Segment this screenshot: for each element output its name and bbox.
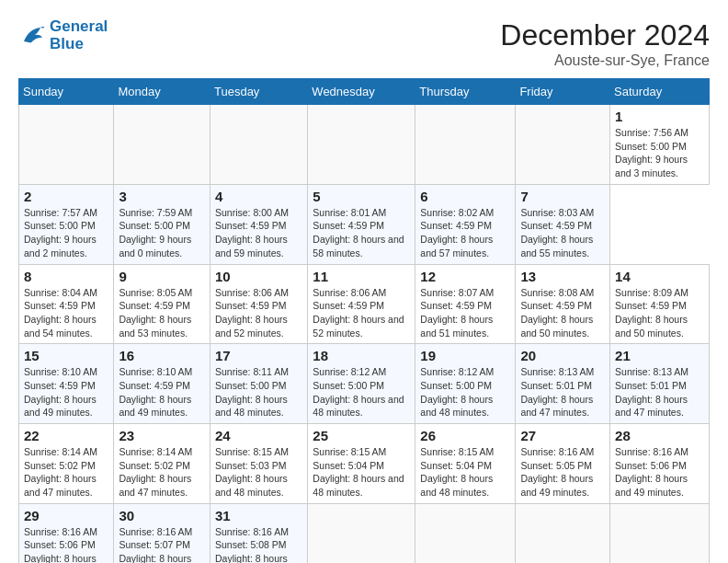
day-info: Sunrise: 8:15 AM Sunset: 5:04 PM Dayligh…: [420, 445, 510, 500]
calendar-cell: 9 Sunrise: 8:05 AM Sunset: 4:59 PM Dayli…: [114, 264, 210, 344]
column-header-wednesday: Wednesday: [308, 79, 415, 105]
calendar-cell: 23 Sunrise: 8:14 AM Sunset: 5:02 PM Dayl…: [114, 424, 210, 504]
calendar-cell: 14 Sunrise: 8:09 AM Sunset: 4:59 PM Dayl…: [610, 264, 710, 344]
day-number: 22: [24, 428, 108, 443]
day-number: 1: [615, 109, 704, 124]
calendar-cell: 2 Sunrise: 7:57 AM Sunset: 5:00 PM Dayli…: [19, 184, 114, 264]
calendar-cell: 5 Sunrise: 8:01 AM Sunset: 4:59 PM Dayli…: [308, 184, 415, 264]
day-number: 16: [119, 348, 205, 363]
day-number: 26: [420, 428, 510, 443]
day-info: Sunrise: 7:56 AM Sunset: 5:00 PM Dayligh…: [615, 126, 704, 180]
calendar-cell: [415, 503, 516, 563]
calendar-cell: [210, 105, 307, 185]
page-header: General Blue December 2024 Aouste-sur-Sy…: [18, 18, 710, 69]
day-number: 11: [313, 269, 410, 284]
logo-text-general: General: [50, 18, 108, 36]
calendar-cell: 22 Sunrise: 8:14 AM Sunset: 5:02 PM Dayl…: [19, 424, 114, 504]
day-info: Sunrise: 8:06 AM Sunset: 4:59 PM Dayligh…: [215, 286, 302, 340]
calendar-cell: 25 Sunrise: 8:15 AM Sunset: 5:04 PM Dayl…: [308, 424, 415, 504]
day-number: 7: [520, 189, 605, 204]
calendar-cell: 24 Sunrise: 8:15 AM Sunset: 5:03 PM Dayl…: [210, 424, 307, 504]
day-info: Sunrise: 8:09 AM Sunset: 4:59 PM Dayligh…: [615, 286, 704, 340]
day-info: Sunrise: 8:11 AM Sunset: 5:00 PM Dayligh…: [215, 365, 302, 419]
calendar-week-3: 8 Sunrise: 8:04 AM Sunset: 4:59 PM Dayli…: [19, 264, 710, 344]
day-number: 8: [24, 269, 108, 284]
calendar-cell: [516, 503, 610, 563]
day-number: 9: [119, 269, 205, 284]
title-block: December 2024 Aouste-sur-Sye, France: [500, 18, 710, 69]
day-info: Sunrise: 8:08 AM Sunset: 4:59 PM Dayligh…: [520, 286, 605, 340]
day-info: Sunrise: 8:12 AM Sunset: 5:00 PM Dayligh…: [420, 365, 510, 419]
day-number: 6: [420, 189, 510, 204]
calendar-cell: 26 Sunrise: 8:15 AM Sunset: 5:04 PM Dayl…: [415, 424, 516, 504]
day-number: 30: [119, 508, 205, 523]
day-info: Sunrise: 8:16 AM Sunset: 5:06 PM Dayligh…: [24, 525, 108, 563]
day-info: Sunrise: 8:15 AM Sunset: 5:04 PM Dayligh…: [313, 445, 410, 500]
calendar-cell: 31 Sunrise: 8:16 AM Sunset: 5:08 PM Dayl…: [210, 503, 307, 563]
day-info: Sunrise: 8:10 AM Sunset: 4:59 PM Dayligh…: [24, 365, 108, 419]
day-info: Sunrise: 8:04 AM Sunset: 4:59 PM Dayligh…: [24, 286, 108, 340]
page-title: December 2024: [500, 18, 710, 52]
day-number: 13: [520, 269, 605, 284]
calendar-week-6: 29 Sunrise: 8:16 AM Sunset: 5:06 PM Dayl…: [19, 503, 710, 563]
day-info: Sunrise: 8:07 AM Sunset: 4:59 PM Dayligh…: [420, 286, 510, 340]
day-info: Sunrise: 7:57 AM Sunset: 5:00 PM Dayligh…: [24, 206, 108, 260]
calendar-week-5: 22 Sunrise: 8:14 AM Sunset: 5:02 PM Dayl…: [19, 424, 710, 504]
day-number: 27: [520, 428, 605, 443]
calendar-cell: 8 Sunrise: 8:04 AM Sunset: 4:59 PM Dayli…: [19, 264, 114, 344]
day-number: 29: [24, 508, 108, 523]
day-number: 19: [420, 348, 510, 363]
calendar-cell: 11 Sunrise: 8:06 AM Sunset: 4:59 PM Dayl…: [308, 264, 415, 344]
day-number: 25: [313, 428, 410, 443]
calendar-cell: 10 Sunrise: 8:06 AM Sunset: 4:59 PM Dayl…: [210, 264, 307, 344]
day-info: Sunrise: 8:14 AM Sunset: 5:02 PM Dayligh…: [24, 445, 108, 500]
day-number: 15: [24, 348, 108, 363]
day-info: Sunrise: 8:06 AM Sunset: 4:59 PM Dayligh…: [313, 286, 410, 340]
calendar-cell: 6 Sunrise: 8:02 AM Sunset: 4:59 PM Dayli…: [415, 184, 516, 264]
calendar-cell: [19, 105, 114, 185]
day-info: Sunrise: 8:16 AM Sunset: 5:06 PM Dayligh…: [615, 445, 704, 500]
day-number: 31: [215, 508, 302, 523]
calendar-cell: [308, 105, 415, 185]
day-info: Sunrise: 8:15 AM Sunset: 5:03 PM Dayligh…: [215, 445, 302, 500]
column-header-sunday: Sunday: [19, 79, 114, 105]
calendar-cell: 13 Sunrise: 8:08 AM Sunset: 4:59 PM Dayl…: [516, 264, 610, 344]
day-info: Sunrise: 8:13 AM Sunset: 5:01 PM Dayligh…: [615, 365, 704, 419]
calendar-cell: 12 Sunrise: 8:07 AM Sunset: 4:59 PM Dayl…: [415, 264, 516, 344]
calendar-cell: 28 Sunrise: 8:16 AM Sunset: 5:06 PM Dayl…: [610, 424, 710, 504]
calendar-cell: 16 Sunrise: 8:10 AM Sunset: 4:59 PM Dayl…: [114, 344, 210, 424]
calendar-cell: 3 Sunrise: 7:59 AM Sunset: 5:00 PM Dayli…: [114, 184, 210, 264]
page-subtitle: Aouste-sur-Sye, France: [500, 52, 710, 69]
calendar-cell: 21 Sunrise: 8:13 AM Sunset: 5:01 PM Dayl…: [610, 344, 710, 424]
column-header-monday: Monday: [114, 79, 210, 105]
day-number: 18: [313, 348, 410, 363]
logo: General Blue: [18, 18, 108, 52]
day-number: 10: [215, 269, 302, 284]
calendar-cell: 30 Sunrise: 8:16 AM Sunset: 5:07 PM Dayl…: [114, 503, 210, 563]
calendar-cell: [308, 503, 415, 563]
day-info: Sunrise: 8:12 AM Sunset: 5:00 PM Dayligh…: [313, 365, 410, 419]
calendar-cell: 1 Sunrise: 7:56 AM Sunset: 5:00 PM Dayli…: [610, 105, 710, 185]
calendar-cell: 18 Sunrise: 8:12 AM Sunset: 5:00 PM Dayl…: [308, 344, 415, 424]
day-info: Sunrise: 8:14 AM Sunset: 5:02 PM Dayligh…: [119, 445, 205, 500]
day-number: 12: [420, 269, 510, 284]
day-number: 3: [119, 189, 205, 204]
column-header-tuesday: Tuesday: [210, 79, 307, 105]
calendar-cell: [610, 503, 710, 563]
day-number: 5: [313, 189, 410, 204]
day-number: 23: [119, 428, 205, 443]
day-info: Sunrise: 8:02 AM Sunset: 4:59 PM Dayligh…: [420, 206, 510, 260]
day-number: 14: [615, 269, 704, 284]
day-number: 24: [215, 428, 302, 443]
day-number: 17: [215, 348, 302, 363]
calendar-header-row: SundayMondayTuesdayWednesdayThursdayFrid…: [19, 79, 710, 105]
logo-icon: [18, 22, 46, 50]
column-header-saturday: Saturday: [610, 79, 710, 105]
day-number: 2: [24, 189, 108, 204]
calendar-week-4: 15 Sunrise: 8:10 AM Sunset: 4:59 PM Dayl…: [19, 344, 710, 424]
calendar-cell: 20 Sunrise: 8:13 AM Sunset: 5:01 PM Dayl…: [516, 344, 610, 424]
calendar-cell: 17 Sunrise: 8:11 AM Sunset: 5:00 PM Dayl…: [210, 344, 307, 424]
day-number: 20: [520, 348, 605, 363]
day-info: Sunrise: 8:10 AM Sunset: 4:59 PM Dayligh…: [119, 365, 205, 419]
calendar-cell: 15 Sunrise: 8:10 AM Sunset: 4:59 PM Dayl…: [19, 344, 114, 424]
